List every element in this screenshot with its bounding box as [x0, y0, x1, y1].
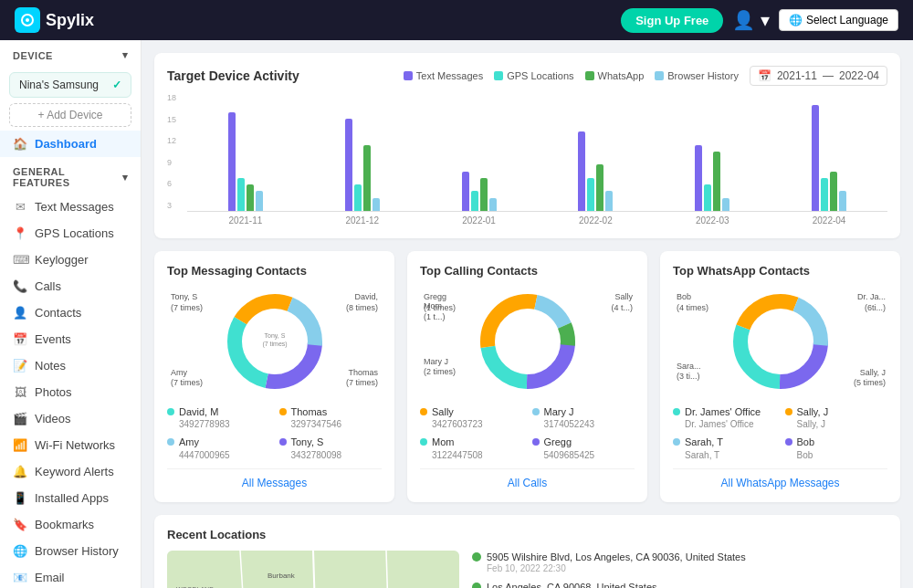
notes-icon: 📝	[13, 359, 27, 373]
contact-sally: Sally 3427603723	[420, 405, 523, 430]
calendar-icon: 📅	[758, 69, 771, 82]
browser-icon: 🌐	[13, 544, 27, 558]
contact-info: Sally 3427603723	[432, 405, 483, 430]
calling-card-title: Top Calling Contacts	[420, 264, 635, 278]
nav-label: Photos	[35, 385, 71, 399]
bar-group	[187, 112, 304, 211]
activity-card: Target Device Activity Text Messages GPS…	[154, 53, 900, 238]
bar	[345, 119, 352, 211]
sidebar-item-installed-apps[interactable]: 📱 Installed Apps	[0, 485, 141, 511]
messaging-contact-grid: David, M 3492778983 Thomas 3297347546	[167, 405, 382, 461]
locations-row: Burbank Glendale Pasadena WOODLAND Calab…	[167, 551, 887, 588]
logo-icon	[15, 7, 40, 33]
sidebar-item-browser-history[interactable]: 🌐 Browser History	[0, 538, 141, 564]
location-dot	[472, 552, 481, 562]
sidebar-item-email[interactable]: 📧 Email	[0, 564, 141, 588]
contact-info: Tony, S 3432780098	[291, 436, 342, 460]
home-icon: 🏠	[13, 137, 27, 151]
nav-label: GPS Locations	[35, 226, 114, 240]
legend-browser-label: Browser History	[667, 70, 739, 81]
contact-gregg: Gregg 5409685425	[532, 436, 635, 460]
contact-saraht: Sarah, T Sarah, T	[673, 436, 776, 460]
donut-label-david: David,(8 times)	[346, 292, 378, 313]
date-range[interactable]: 📅 2021-11 — 2022-04	[750, 66, 887, 86]
sidebar-item-bookmarks[interactable]: 🔖 Bookmarks	[0, 511, 141, 538]
bar	[247, 184, 254, 211]
bar-chart-wrapper: 18 15 12 9 6 3 2021-11 2021-12 2022-01 2…	[167, 93, 887, 226]
contact-dot	[532, 438, 540, 446]
sidebar-item-wifi[interactable]: 📶 Wi-Fi Networks	[0, 432, 141, 458]
map-placeholder: Burbank Glendale Pasadena WOODLAND Calab…	[167, 551, 459, 588]
sidebar-item-gps[interactable]: 📍 GPS Locations	[0, 220, 141, 247]
y-label-9: 9	[167, 158, 176, 167]
donut-label-mom: Mom(1 t...)	[424, 301, 446, 322]
sidebar-item-videos[interactable]: 🎬 Videos	[0, 405, 141, 432]
sidebar-item-text-messages[interactable]: ✉ Text Messages	[0, 194, 141, 220]
bar-group	[771, 105, 887, 211]
messaging-donut-chart: Tony, S (7 times)	[220, 287, 330, 396]
language-button[interactable]: 🌐 Select Language	[779, 9, 898, 31]
sidebar-item-photos[interactable]: 🖼 Photos	[0, 379, 141, 405]
events-icon: 📅	[13, 332, 27, 346]
sidebar-item-notes[interactable]: 📝 Notes	[0, 352, 141, 379]
bar-group	[654, 145, 771, 211]
contact-number: 3297347546	[291, 418, 342, 430]
donut-label-thomas: Thomas(7 times)	[346, 368, 378, 389]
contact-name: Thomas	[291, 405, 342, 418]
whatsapp-contact-grid: Dr. James' Office Dr. James' Office Sall…	[673, 405, 887, 461]
y-label-6: 6	[167, 179, 176, 188]
all-messages-link[interactable]: All Messages	[167, 468, 382, 489]
sidebar-item-calls[interactable]: 📞 Calls	[0, 273, 141, 299]
contact-sallyj: Sally, J Sally, J	[785, 405, 888, 430]
sidebar-item-keyword-alerts[interactable]: 🔔 Keyword Alerts	[0, 458, 141, 485]
header-actions: Sign Up Free 👤 ▾ 🌐 Select Language	[621, 8, 898, 33]
nav-label: Events	[35, 332, 71, 346]
contact-dot	[420, 408, 427, 415]
contact-info: Sally, J Sally, J	[797, 405, 829, 430]
device-selector[interactable]: Nina's Samsung ✓	[9, 72, 131, 98]
nav-label: Bookmarks	[35, 518, 94, 531]
bar	[462, 172, 469, 211]
location-item-0: 5905 Wilshire Blvd, Los Angeles, CA 9003…	[472, 551, 887, 573]
bar	[605, 191, 613, 211]
donut-label-maryj: Mary J(2 times)	[424, 357, 456, 378]
bar	[695, 145, 702, 211]
legend-browser: Browser History	[655, 70, 739, 81]
legend-sms-label: Text Messages	[416, 70, 483, 81]
contact-number: 4447000965	[179, 449, 230, 461]
sidebar: DEVICE ▾ Nina's Samsung ✓ + Add Device 🏠…	[0, 40, 142, 588]
sidebar-item-contacts[interactable]: 👤 Contacts	[0, 299, 141, 326]
add-device-button[interactable]: + Add Device	[9, 103, 131, 127]
contact-number: 3432780098	[291, 449, 342, 461]
contact-number: 5409685425	[544, 449, 595, 461]
chart-legend: Text Messages GPS Locations WhatsApp	[404, 70, 739, 81]
keyboard-icon: ⌨	[13, 253, 27, 267]
donut-label-bob: Bob(4 times)	[677, 292, 708, 313]
activity-title: Target Device Activity	[167, 68, 299, 83]
contact-dot	[279, 408, 287, 415]
check-icon: ✓	[112, 79, 121, 91]
contact-dot	[673, 408, 680, 415]
svg-text:Tony, S: Tony, S	[264, 332, 285, 340]
sidebar-item-keylogger[interactable]: ⌨ Keylogger	[0, 247, 141, 273]
contact-name: Sally	[432, 405, 483, 418]
bar	[587, 178, 594, 211]
all-calls-link[interactable]: All Calls	[420, 468, 635, 489]
activity-header: Target Device Activity Text Messages GPS…	[167, 66, 887, 86]
user-menu-button[interactable]: 👤 ▾	[732, 9, 770, 31]
legend-browser-color	[655, 71, 664, 80]
sidebar-item-dashboard[interactable]: 🏠 Dashboard	[0, 131, 141, 157]
contact-name: Mary J	[544, 405, 595, 418]
contact-dot	[420, 438, 427, 446]
contact-number: 3174052243	[544, 418, 595, 430]
sidebar-item-events[interactable]: 📅 Events	[0, 326, 141, 352]
legend-whatsapp: WhatsApp	[585, 70, 645, 81]
bar	[839, 191, 846, 211]
add-device-label: + Add Device	[37, 109, 102, 121]
signup-button[interactable]: Sign Up Free	[621, 8, 723, 33]
contact-info: Dr. James' Office Dr. James' Office	[685, 405, 761, 430]
all-whatsapp-link[interactable]: All WhatsApp Messages	[673, 468, 887, 489]
lang-icon: 🌐	[789, 14, 803, 26]
bar	[704, 184, 711, 211]
contact-info: Gregg 5409685425	[544, 436, 595, 460]
